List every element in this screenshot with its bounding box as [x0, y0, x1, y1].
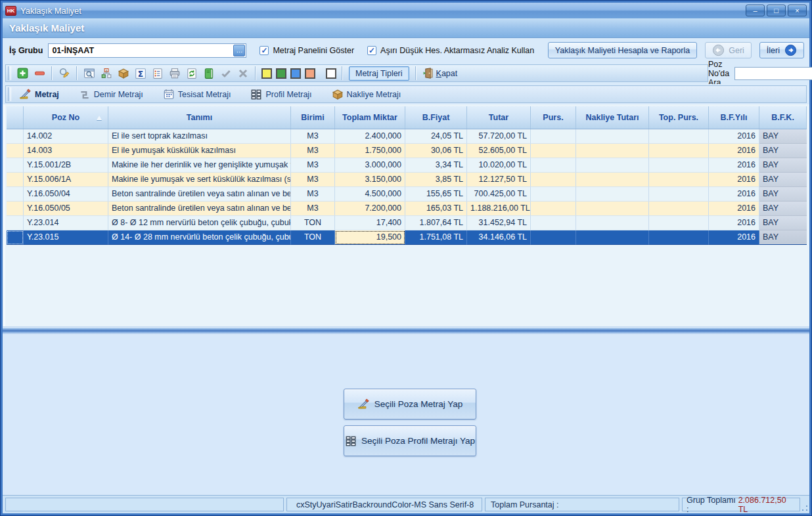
row-indicator-cell[interactable]: [7, 158, 24, 173]
metraj-tipleri-button[interactable]: Metraj Tipleri: [349, 66, 409, 81]
cell-nakliye_tutari: [576, 230, 649, 245]
toolbar-separator: [255, 66, 256, 80]
status-panel-toplam-pursantaj: Toplam Pursantaj :: [485, 498, 679, 511]
column-header-bf_yili[interactable]: B.F.Yılı: [709, 106, 759, 129]
tab-profil-metraj-[interactable]: Profil Metrajı: [245, 89, 317, 100]
find-edit-button[interactable]: [56, 66, 72, 81]
print-button[interactable]: [167, 66, 183, 81]
toolbar-row: AΣ Metraj Tipleri Kapat Poz No'da Ara: [3, 62, 809, 84]
cell-poz_no: Y.16.050/05: [24, 202, 108, 216]
cell-tutar: 31.452,94 TL: [467, 216, 531, 230]
cancel-button[interactable]: [235, 66, 251, 81]
notebook-button[interactable]: [201, 66, 217, 81]
is-grubu-combo[interactable]: 01-İNŞAAT …: [48, 43, 246, 58]
report-button[interactable]: [150, 66, 166, 81]
grid-icon: [345, 435, 357, 447]
column-header-label: Nakliye Tutarı: [585, 113, 639, 122]
row-indicator-cell[interactable]: [7, 216, 24, 230]
confirm-button[interactable]: [218, 66, 234, 81]
swatch-blue[interactable]: [290, 68, 301, 79]
horizontal-splitter[interactable]: [3, 326, 809, 334]
table-row[interactable]: Y.15.001/2BMakine ile her derinlik ve he…: [7, 158, 807, 173]
column-header-birimi[interactable]: Birimi: [291, 106, 335, 129]
cell-tutar: 700.425,00 TL: [467, 187, 531, 202]
kapat-button[interactable]: Kapat: [422, 68, 458, 79]
row-indicator-cell[interactable]: [7, 144, 24, 158]
column-header-nakliye_tutari[interactable]: Nakliye Tutarı: [576, 106, 649, 129]
column-header-purs[interactable]: Purs.: [531, 106, 576, 129]
cell-bf_yili: 2016: [709, 187, 759, 202]
metraj-panel: Seçili Poza Metraj Yap Seçili Poza Profi…: [3, 334, 809, 496]
table-row[interactable]: Y.16.050/04Beton santralinde üretilen ve…: [7, 187, 807, 202]
cell-nakliye_tutari: [576, 129, 649, 144]
table-row[interactable]: Y.15.006/1AMakine ile yumuşak ve sert kü…: [7, 173, 807, 187]
tab-metraj[interactable]: Metraj: [14, 88, 64, 100]
is-grubu-value: 01-İNŞAAT: [49, 46, 233, 55]
column-header-toplam_miktar[interactable]: Toplam Miktar: [335, 106, 405, 129]
table-row[interactable]: Y.23.015Ø 14- Ø 28 mm nervürlü beton çel…: [7, 230, 807, 245]
cell-nakliye_tutari: [576, 202, 649, 216]
preview-button[interactable]: [81, 66, 97, 81]
tab-bar-grip-handle[interactable]: [8, 87, 11, 101]
cell-nakliye_tutari: [576, 187, 649, 202]
secili-poza-metraj-yap-button[interactable]: Seçili Poza Metraj Yap: [344, 389, 476, 419]
row-indicator-cell[interactable]: [7, 202, 24, 216]
cell-tanimi: Ø 14- Ø 28 mm nervürlü beton çelik çubuğ…: [108, 230, 291, 245]
checkbox-checked-icon: ✓: [259, 46, 269, 55]
add-row-button[interactable]: [14, 66, 30, 81]
table-row[interactable]: Y.16.050/05Beton santralinde üretilen ve…: [7, 202, 807, 216]
refresh-button[interactable]: [184, 66, 200, 81]
package-button[interactable]: [116, 66, 131, 81]
geri-button[interactable]: Geri: [705, 42, 752, 58]
find-edit-icon: [58, 67, 71, 79]
cell-toplam_miktar[interactable]: 19,500: [335, 230, 405, 245]
metraj-paneli-checkbox[interactable]: ✓ Metraj Panelini Göster: [259, 46, 354, 55]
title-bar[interactable]: HK Yaklaşık Maliyet – □ ×: [3, 3, 809, 18]
row-indicator-cell[interactable]: [7, 129, 24, 144]
column-header-label: B.F.Yılı: [721, 113, 748, 122]
cell-bfk: BAY: [759, 202, 807, 216]
tab-nakliye-metraj-[interactable]: Nakliye Metrajı: [327, 89, 407, 100]
tab-demir-metraj-[interactable]: Demir Metrajı: [74, 89, 148, 100]
table-row[interactable]: 14.003El ile yumuşak küskülük kazılmasıM…: [7, 144, 807, 158]
secili-poza-profil-metraji-yap-button[interactable]: Seçili Poza Profil Metrajı Yap: [344, 425, 476, 456]
table-row[interactable]: Y.23.014Ø 8- Ø 12 mm nervürlü beton çeli…: [7, 216, 807, 230]
column-header-tutar[interactable]: Tutar: [467, 106, 531, 129]
maximize-button[interactable]: □: [767, 5, 786, 16]
remove-row-button[interactable]: [32, 66, 47, 81]
cell-b_fiyat: 1.807,64 TL: [405, 216, 467, 230]
swatch-white[interactable]: [326, 68, 336, 79]
hierarchy-button[interactable]: A: [99, 66, 114, 81]
resize-grip[interactable]: [801, 504, 809, 512]
swatch-green[interactable]: [276, 68, 286, 79]
cell-poz_no: 14.003: [24, 144, 108, 158]
swatch-yellow[interactable]: [261, 68, 272, 79]
close-button[interactable]: ×: [788, 5, 807, 16]
column-header-bfk[interactable]: B.F.K.: [759, 106, 807, 129]
row-indicator-header: [7, 106, 24, 129]
tab-tesisat-metraj-[interactable]: Tesisat Metrajı: [158, 89, 237, 100]
hesapla-raporla-button[interactable]: Yaklaşık Maliyeti Hesapla ve Raporla: [548, 42, 697, 58]
is-grubu-ellipsis-button[interactable]: …: [233, 45, 245, 56]
cell-birimi: M3: [291, 202, 335, 216]
ileri-button[interactable]: İleri: [759, 42, 804, 58]
column-header-b_fiyat[interactable]: B.Fiyat: [405, 106, 467, 129]
toolbar-grip-handle[interactable]: [8, 66, 11, 80]
cell-tanimi: Ø 8- Ø 12 mm nervürlü beton çelik çubuğu…: [108, 216, 291, 230]
grid-icon: [250, 89, 262, 100]
cell-birimi: M3: [291, 173, 335, 187]
poz-no-search-input[interactable]: [734, 67, 812, 80]
column-header-top_purs[interactable]: Top. Purs.: [649, 106, 709, 129]
sum-button[interactable]: Σ: [133, 66, 148, 81]
row-indicator-cell[interactable]: [7, 187, 24, 202]
row-indicator-cell[interactable]: [7, 173, 24, 187]
minimize-button[interactable]: –: [746, 5, 765, 16]
asiri-dusuk-checkbox[interactable]: ✓ Aşırı Düşük Hes. Aktarmasız Analiz Kul…: [367, 46, 534, 55]
table-row[interactable]: 14.002El ile sert toprak kazılmasıM32.40…: [7, 129, 807, 144]
cell-bf_yili: 2016: [709, 173, 759, 187]
cell-bfk: BAY: [759, 216, 807, 230]
column-header-poz_no[interactable]: Poz No: [24, 106, 108, 129]
column-header-tanimi[interactable]: Tanımı: [108, 106, 291, 129]
swatch-salmon[interactable]: [305, 68, 315, 79]
row-indicator-cell[interactable]: [7, 230, 24, 245]
